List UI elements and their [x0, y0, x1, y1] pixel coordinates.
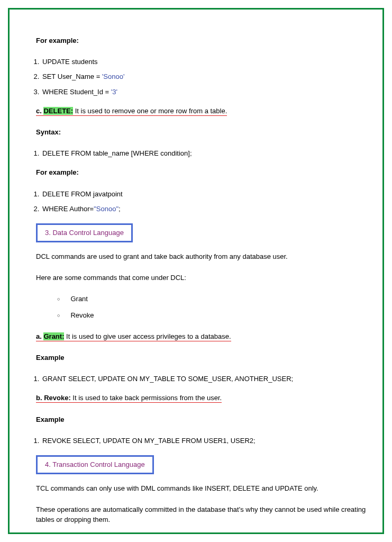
string-literal: "Sonoo"	[94, 205, 118, 213]
list-item: GRANT SELECT, UPDATE ON MY_TABLE TO SOME…	[41, 374, 367, 384]
for-example-label: For example:	[36, 36, 367, 46]
for-example-label: For example:	[36, 168, 367, 177]
grant-heading-line: a. Grant: It is used to give user access…	[36, 332, 231, 341]
dcl-bullets: Grant Revoke	[57, 294, 367, 320]
prefix: a.	[36, 332, 43, 340]
tcl-desc-1: TCL commands can only use with DML comma…	[36, 484, 367, 493]
tcl-section-title: 4. Transaction Control Language	[36, 455, 154, 474]
code-text: ;	[118, 205, 121, 213]
list-item: DELETE FROM javatpoint	[41, 189, 367, 199]
example-label: Example	[36, 415, 367, 424]
example-label: Example	[36, 353, 367, 363]
revoke-desc: It is used to take back permissions from…	[71, 394, 222, 402]
bullet-grant: Grant	[57, 294, 367, 304]
dcl-desc-1: DCL commands are used to grant and take …	[36, 252, 367, 261]
tcl-desc-2: These operations are automatically commi…	[36, 505, 367, 524]
list-item: WHERE Author="Sonoo";	[41, 204, 367, 214]
delete-syntax-list: DELETE FROM table_name [WHERE condition]…	[31, 149, 367, 158]
dcl-desc-2: Here are some commands that come under D…	[36, 273, 367, 283]
bullet-revoke: Revoke	[57, 311, 367, 320]
syntax-label: Syntax:	[36, 128, 367, 137]
list-item: UPDATE students	[41, 57, 367, 67]
prefix: c.	[36, 107, 43, 115]
delete-heading-line: c. DELETE: It is used to remove one or m…	[36, 107, 227, 116]
revoke-heading: b. Revoke: It is used to take back permi…	[36, 393, 367, 403]
code-text: SET User_Name =	[42, 73, 102, 80]
revoke-heading-line: b. Revoke: It is used to take back permi…	[36, 394, 222, 403]
grant-keyword: Grant:	[43, 332, 64, 340]
list-item: DELETE FROM table_name [WHERE condition]…	[41, 149, 367, 158]
prefix: b.	[36, 394, 44, 402]
grant-desc: It is used to give user access privilege…	[64, 332, 231, 340]
code-text: WHERE Author=	[42, 205, 94, 213]
update-example-list: UPDATE students SET User_Name = 'Sonoo' …	[31, 57, 367, 97]
delete-heading: c. DELETE: It is used to remove one or m…	[36, 106, 367, 116]
grant-example-list: GRANT SELECT, UPDATE ON MY_TABLE TO SOME…	[31, 374, 367, 384]
code-text: WHERE Student_Id =	[42, 88, 111, 96]
revoke-keyword: Revoke:	[44, 394, 71, 402]
string-literal: 'Sonoo'	[102, 73, 125, 80]
delete-keyword: DELETE:	[43, 107, 73, 115]
page-border: For example: UPDATE students SET User_Na…	[8, 8, 384, 534]
delete-desc: It is used to remove one or more row fro…	[73, 107, 227, 115]
list-item: WHERE Student_Id = '3'	[41, 87, 367, 97]
list-item: REVOKE SELECT, UPDATE ON MY_TABLE FROM U…	[41, 436, 367, 446]
dcl-section-title: 3. Data Control Language	[36, 223, 133, 242]
list-item: SET User_Name = 'Sonoo'	[41, 72, 367, 82]
delete-example-list: DELETE FROM javatpoint WHERE Author="Son…	[31, 189, 367, 214]
string-literal: '3'	[111, 88, 117, 96]
revoke-example-list: REVOKE SELECT, UPDATE ON MY_TABLE FROM U…	[31, 436, 367, 446]
grant-heading: a. Grant: It is used to give user access…	[36, 332, 367, 341]
document-content: For example: UPDATE students SET User_Na…	[25, 36, 367, 525]
